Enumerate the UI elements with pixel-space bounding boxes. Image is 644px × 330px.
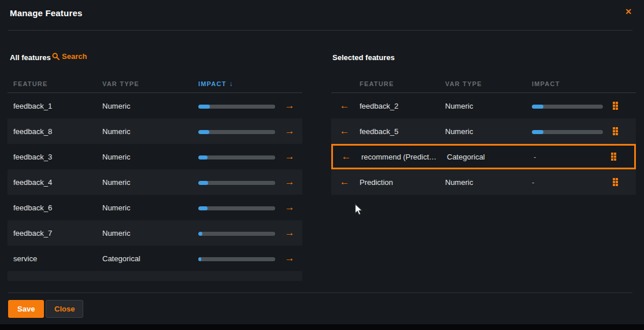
var-type: Numeric	[102, 127, 198, 136]
var-type: Numeric	[102, 229, 198, 238]
impact-cell: -	[532, 153, 611, 161]
impact-header-label: IMPACT	[198, 80, 227, 87]
column-header-impact-sort[interactable]: IMPACT ↓	[198, 80, 277, 88]
impact-bar	[532, 105, 603, 109]
close-button[interactable]: Close	[46, 300, 83, 318]
impact-dash: -	[534, 153, 536, 161]
search-button[interactable]: Search	[52, 52, 87, 61]
var-type: Numeric	[443, 178, 530, 187]
search-icon	[52, 53, 60, 60]
table-row: ← feedback_2 Numeric	[331, 93, 636, 118]
var-type: Numeric	[443, 102, 530, 110]
move-left-icon[interactable]: ←	[331, 176, 358, 188]
impact-bar	[532, 130, 603, 134]
selected-features-label: Selected features	[332, 53, 395, 62]
table-row: feedback_8 Numeric →	[8, 118, 302, 144]
impact-cell	[198, 229, 277, 238]
move-right-icon[interactable]: →	[277, 151, 302, 162]
var-type: Numeric	[443, 127, 530, 136]
table-row: ← Prediction Numeric -	[331, 169, 636, 195]
move-right-icon[interactable]: →	[277, 202, 302, 213]
selected-features-rows: ← feedback_2 Numeric ← feedback_5 Numeri…	[331, 93, 636, 195]
impact-cell	[198, 203, 277, 212]
impact-bar	[198, 155, 275, 160]
footer-divider	[8, 292, 632, 293]
move-right-icon[interactable]: →	[277, 227, 302, 239]
table-row: ← recommend (Predict… Categorical -	[331, 144, 636, 169]
feature-name: feedback_8	[8, 127, 102, 136]
table-row: service Categorical →	[8, 246, 302, 271]
column-header-impact: IMPACT	[530, 80, 613, 87]
drag-handle-icon[interactable]	[613, 178, 636, 186]
impact-bar	[198, 206, 275, 210]
mouse-cursor	[354, 203, 364, 218]
impact-cell: -	[530, 178, 613, 187]
feature-name: recommend (Predict…	[360, 153, 445, 161]
impact-cell	[530, 127, 613, 136]
table-row: feedback_7 Numeric →	[8, 220, 302, 246]
page-background-strip	[0, 324, 644, 330]
impact-cell	[198, 127, 277, 136]
table-row: feedback_1 Numeric →	[8, 93, 302, 118]
table-row: feedback_4 Numeric →	[8, 169, 302, 195]
all-features-rows: feedback_1 Numeric → feedback_8 Numeric …	[8, 93, 302, 271]
column-header-var-type: VAR TYPE	[102, 80, 198, 87]
move-left-icon[interactable]: ←	[333, 151, 360, 162]
selected-features-table: FEATURE VAR TYPE IMPACT ← feedback_2 Num…	[331, 75, 636, 195]
feature-name: feedback_3	[8, 153, 102, 161]
all-features-table: FEATURE VAR TYPE IMPACT ↓ feedback_1 Num…	[8, 75, 302, 281]
var-type: Numeric	[102, 178, 198, 187]
impact-bar	[198, 130, 275, 134]
dialog-title: Manage Features	[10, 8, 83, 18]
impact-bar	[198, 232, 275, 236]
impact-cell	[198, 153, 277, 161]
search-label: Search	[62, 52, 87, 61]
impact-cell	[198, 102, 277, 110]
move-right-icon[interactable]: →	[277, 176, 302, 188]
column-header-var-type: VAR TYPE	[443, 80, 530, 87]
feature-name: feedback_6	[8, 203, 102, 212]
feature-name: Prediction	[358, 178, 443, 187]
feature-name: feedback_7	[8, 229, 102, 238]
table-row: ← feedback_5 Numeric	[331, 118, 636, 144]
header-divider	[8, 30, 632, 31]
selected-features-header-row: FEATURE VAR TYPE IMPACT	[331, 75, 636, 93]
move-right-icon[interactable]: →	[277, 100, 302, 112]
all-features-header-row: FEATURE VAR TYPE IMPACT ↓	[8, 75, 302, 93]
feature-name: feedback_1	[8, 102, 102, 110]
all-features-label: All features	[10, 53, 51, 62]
close-icon[interactable]: ✕	[625, 8, 632, 16]
impact-cell	[530, 102, 613, 110]
column-header-feature: FEATURE	[8, 80, 102, 87]
save-button[interactable]: Save	[8, 300, 44, 318]
feature-name: feedback_2	[358, 102, 443, 110]
drag-handle-icon[interactable]	[613, 127, 636, 135]
manage-features-dialog: Manage Features ✕ All features Search Se…	[0, 0, 644, 324]
column-header-feature: FEATURE	[358, 80, 443, 87]
var-type: Numeric	[102, 102, 198, 110]
drag-handle-icon[interactable]	[611, 153, 634, 161]
var-type: Numeric	[102, 203, 198, 212]
impact-bar	[198, 257, 275, 261]
var-type: Categorical	[445, 153, 532, 161]
sort-descending-icon: ↓	[230, 80, 233, 88]
var-type: Numeric	[102, 153, 198, 161]
impact-cell	[198, 178, 277, 187]
drag-handle-icon[interactable]	[613, 102, 636, 110]
move-right-icon[interactable]: →	[277, 253, 302, 264]
empty-row-strip	[8, 271, 302, 281]
move-right-icon[interactable]: →	[277, 125, 302, 137]
impact-bar	[198, 181, 275, 185]
feature-name: feedback_5	[358, 127, 443, 136]
var-type: Categorical	[102, 254, 198, 263]
move-left-icon[interactable]: ←	[331, 125, 358, 137]
table-row: feedback_6 Numeric →	[8, 195, 302, 220]
move-left-icon[interactable]: ←	[331, 100, 358, 112]
impact-bar	[198, 105, 275, 109]
feature-name: service	[8, 254, 102, 263]
impact-dash: -	[532, 178, 534, 187]
feature-name: feedback_4	[8, 178, 102, 187]
impact-cell	[198, 254, 277, 263]
table-row: feedback_3 Numeric →	[8, 144, 302, 169]
